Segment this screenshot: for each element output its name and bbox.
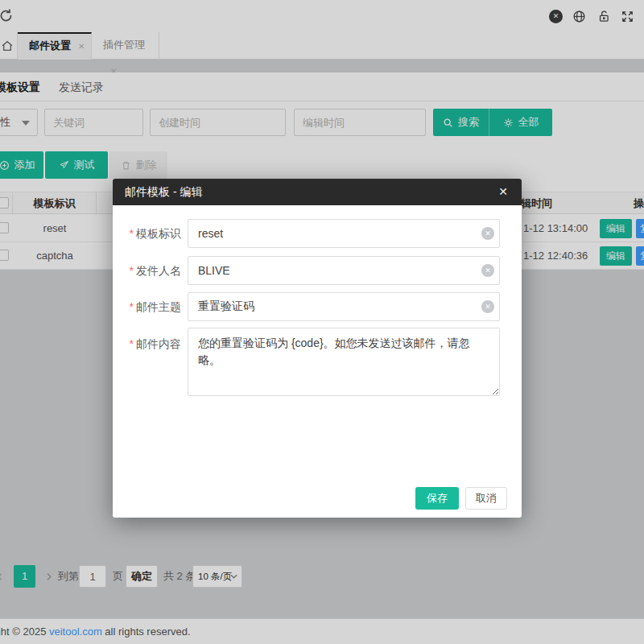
save-button[interactable]: 保存 <box>415 487 459 510</box>
cancel-button[interactable]: 取消 <box>465 487 507 510</box>
required-asterisk: * <box>130 337 134 350</box>
required-asterisk: * <box>130 300 134 313</box>
form-row-sender-name: *发件人名 ✕ <box>113 256 522 285</box>
clear-input-icon[interactable]: ✕ <box>481 300 494 313</box>
modal-header: 邮件模板 - 编辑 ✕ <box>113 179 522 205</box>
field-label: *发件人名 <box>113 256 181 285</box>
field-label: *模板标识 <box>113 219 181 248</box>
required-asterisk: * <box>130 264 134 277</box>
field-label: *邮件内容 <box>113 328 181 360</box>
mail-subject-field[interactable] <box>188 292 500 321</box>
edit-template-modal: 邮件模板 - 编辑 ✕ *模板标识 ✕ *发件人名 ✕ *邮件主题 ✕ *邮件内… <box>113 179 522 518</box>
form-row-mail-subject: *邮件主题 ✕ <box>113 292 522 321</box>
modal-title: 邮件模板 - 编辑 <box>125 179 202 205</box>
template-id-field[interactable] <box>188 219 500 248</box>
clear-input-icon[interactable]: ✕ <box>481 264 494 277</box>
form-row-mail-content: *邮件内容 您的重置验证码为 {code}。如您未发送过该邮件，请忽略。 <box>113 328 522 400</box>
clear-input-icon[interactable]: ✕ <box>481 227 494 240</box>
sender-name-field[interactable] <box>188 256 500 285</box>
modal-close-icon[interactable]: ✕ <box>493 179 514 205</box>
required-asterisk: * <box>130 227 134 240</box>
field-label: *邮件主题 <box>113 292 181 321</box>
form-row-template-id: *模板标识 ✕ <box>113 219 522 248</box>
mail-content-field[interactable]: 您的重置验证码为 {code}。如您未发送过该邮件，请忽略。 <box>188 328 500 396</box>
